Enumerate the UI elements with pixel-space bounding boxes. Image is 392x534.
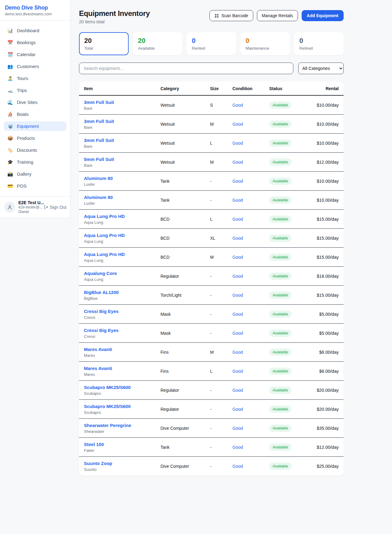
table-row: 5mm Full Suit Bare Wetsuit M Good Availa… — [79, 153, 344, 172]
user-name: E2E Test U... — [18, 200, 41, 205]
item-name-link[interactable]: BigBlue AL1200 — [84, 290, 160, 295]
item-brand: BigBlue — [84, 296, 160, 301]
brand-link[interactable]: Demo Dive Shop — [5, 5, 65, 11]
item-name-link[interactable]: Cressi Big Eyes — [84, 328, 160, 333]
sign-out-button[interactable]: Sign Out — [44, 205, 66, 210]
table-row: Aluminum 80 Luxfer Tank - Good Available… — [79, 172, 344, 191]
manage-rentals-button[interactable]: Manage Rentals — [257, 10, 298, 21]
item-name-link[interactable]: Aluminum 80 — [84, 195, 160, 200]
condition-link[interactable]: Good — [232, 426, 243, 431]
item-name-link[interactable]: Steel 100 — [84, 442, 160, 447]
item-category: Dive Computer — [160, 426, 210, 431]
condition-link[interactable]: Good — [232, 160, 243, 165]
item-name-link[interactable]: Aqualung Core — [84, 271, 160, 276]
sidebar-item-pos[interactable]: 💳 POS — [4, 181, 66, 191]
condition-link[interactable]: Good — [232, 255, 243, 260]
item-name-link[interactable]: 3mm Full Suit — [84, 138, 160, 143]
sidebar-item-dashboard[interactable]: 📊 Dashboard — [4, 26, 66, 35]
item-category: Fins — [160, 369, 210, 374]
condition-link[interactable]: Good — [232, 122, 243, 127]
rental-price: $10.00/day — [314, 198, 339, 203]
item-name-link[interactable]: Aqua Lung Pro HD — [84, 233, 160, 238]
item-name-link[interactable]: Scubapro MK25/S600 — [84, 385, 160, 390]
sidebar-item-training[interactable]: 🎓 Training — [4, 157, 66, 167]
sidebar-item-calendar[interactable]: 🗓️ Calendar — [4, 50, 66, 59]
item-name-link[interactable]: 5mm Full Suit — [84, 157, 160, 162]
search-input[interactable] — [79, 63, 293, 74]
condition-link[interactable]: Good — [232, 217, 243, 222]
table-row: 3mm Full Suit Bare Wetsuit S Good Availa… — [79, 96, 344, 115]
condition-link[interactable]: Good — [232, 331, 243, 336]
sidebar-item-dive-sites[interactable]: 🌊 Dive Sites — [4, 97, 66, 107]
header-actions: Scan Barcode Manage Rentals Add Equipmen… — [209, 9, 344, 21]
scan-barcode-button[interactable]: Scan Barcode — [209, 10, 253, 21]
item-name-link[interactable]: Aqua Lung Pro HD — [84, 252, 160, 257]
condition-link[interactable]: Good — [232, 312, 243, 317]
condition-link[interactable]: Good — [232, 464, 243, 469]
condition-link[interactable]: Good — [232, 236, 243, 241]
table-row: Cressi Big Eyes Cressi Mask - Good Avail… — [79, 305, 344, 324]
item-category: Dive Computer — [160, 464, 210, 469]
avatar — [4, 202, 15, 213]
item-name-link[interactable]: 3mm Full Suit — [84, 100, 160, 105]
sidebar-item-label: Gallery — [17, 171, 32, 177]
item-brand: Cressi — [84, 315, 160, 320]
item-name-link[interactable]: Scubapro MK25/S600 — [84, 404, 160, 409]
item-size: - — [210, 198, 232, 203]
item-size: - — [210, 274, 232, 279]
item-brand: Bare — [84, 144, 160, 149]
sidebar-item-products[interactable]: 📦 Products — [4, 133, 66, 143]
condition-link[interactable]: Good — [232, 293, 243, 298]
person-icon — [7, 204, 13, 210]
col-rental: Rental — [314, 86, 339, 91]
status-badge: Available — [269, 349, 292, 356]
sidebar-item-label: Training — [17, 159, 33, 165]
item-name-link[interactable]: Mares Avanti — [84, 366, 160, 371]
category-select[interactable]: All Categories — [298, 63, 344, 74]
condition-link[interactable]: Good — [232, 141, 243, 146]
item-name-link[interactable]: Cressi Big Eyes — [84, 309, 160, 314]
stat-card-available[interactable]: 20 Available — [133, 32, 183, 55]
item-name-link[interactable]: Mares Avanti — [84, 347, 160, 352]
condition-link[interactable]: Good — [232, 407, 243, 412]
sidebar-item-boats[interactable]: ⛵ Boats — [4, 109, 66, 119]
table-row: Aqua Lung Pro HD Aqua Lung BCD XL Good A… — [79, 229, 344, 248]
sidebar-item-equipment[interactable]: 🤿 Equipment — [4, 121, 66, 131]
rental-price: $8.00/day — [314, 350, 339, 355]
sidebar-item-discounts[interactable]: 🏷️ Discounts — [4, 145, 66, 155]
condition-link[interactable]: Good — [232, 388, 243, 393]
table-row: 3mm Full Suit Bare Wetsuit M Good Availa… — [79, 115, 344, 134]
stat-card-rented[interactable]: 0 Rented — [187, 32, 236, 55]
stat-value: 0 — [192, 37, 231, 44]
sidebar-item-bookings[interactable]: 📅 Bookings — [4, 38, 66, 47]
item-name-link[interactable]: 3mm Full Suit — [84, 119, 160, 124]
item-category: Wetsuit — [160, 160, 210, 165]
condition-link[interactable]: Good — [232, 103, 243, 108]
rental-price: $5.00/day — [314, 312, 339, 317]
condition-link[interactable]: Good — [232, 198, 243, 203]
sidebar-item-gallery[interactable]: 📸 Gallery — [4, 169, 66, 179]
item-name-link[interactable]: Shearwater Peregrine — [84, 423, 160, 428]
condition-link[interactable]: Good — [232, 445, 243, 450]
status-badge: Available — [269, 387, 292, 394]
condition-link[interactable]: Good — [232, 369, 243, 374]
item-name-link[interactable]: Suunto Zoop — [84, 461, 160, 466]
sidebar-item-trips[interactable]: 🛥️ Trips — [4, 86, 66, 95]
sidebar-item-customers[interactable]: 👥 Customers — [4, 62, 66, 71]
stat-card-total[interactable]: 20 Total — [79, 32, 129, 55]
brand-box: Demo Dive Shop demo.test.divestreams.com — [0, 0, 70, 21]
status-badge: Available — [269, 235, 292, 242]
condition-link[interactable]: Good — [232, 179, 243, 184]
sidebar-item-tours[interactable]: 🏝️ Tours — [4, 74, 66, 83]
stat-card-maintenance[interactable]: 0 Maintenance — [240, 32, 290, 55]
item-name-link[interactable]: Aluminum 80 — [84, 176, 160, 181]
rental-price: $20.00/day — [314, 407, 339, 412]
item-name-link[interactable]: Aqua Lung Pro HD — [84, 214, 160, 219]
add-equipment-button[interactable]: Add Equipment — [302, 10, 344, 21]
condition-link[interactable]: Good — [232, 350, 243, 355]
col-status: Status — [269, 86, 314, 91]
stat-card-retired[interactable]: 0 Retired — [294, 32, 344, 55]
page-header: Equipment Inventory 20 items total Scan … — [79, 9, 344, 24]
condition-link[interactable]: Good — [232, 274, 243, 279]
item-category: Tank — [160, 445, 210, 450]
